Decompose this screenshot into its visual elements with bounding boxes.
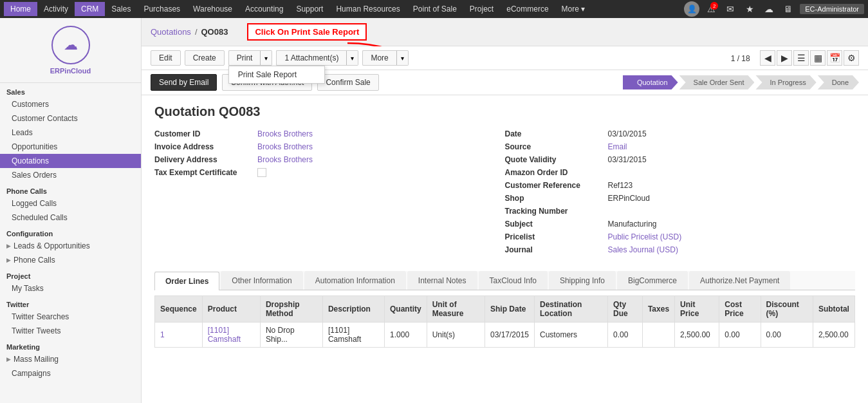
- sidebar-item-quotations[interactable]: Quotations: [0, 154, 141, 168]
- tax-exempt-checkbox[interactable]: [257, 168, 266, 177]
- nav-pos[interactable]: Point of Sale: [407, 2, 463, 16]
- form-label-customer-id: Customer ID: [154, 129, 257, 138]
- nav-human-resources[interactable]: Human Resources: [329, 2, 406, 16]
- monitor-icon[interactable]: 🖥: [780, 1, 796, 17]
- more-caret-button[interactable]: ▾: [396, 50, 409, 66]
- sidebar-section-configuration: Configuration: [0, 225, 141, 239]
- logo-text: ERPinCloud: [50, 67, 91, 75]
- nav-more[interactable]: More ▾: [555, 2, 592, 16]
- form-value-pricelist[interactable]: Public Pricelist (USD): [608, 232, 682, 241]
- alert-badge: 2: [710, 2, 718, 10]
- more-views-button[interactable]: ⚙: [844, 50, 859, 66]
- attachments-caret-button[interactable]: ▾: [346, 50, 358, 66]
- attachments-main-button[interactable]: 1 Attachment(s): [276, 50, 346, 66]
- more-main-button[interactable]: More: [362, 50, 396, 66]
- pagination-text: 1 / 18: [731, 54, 750, 63]
- sidebar-item-campaigns[interactable]: Campaigns: [0, 366, 141, 380]
- print-sale-report-item[interactable]: Print Sale Report: [229, 66, 324, 83]
- nav-purchases[interactable]: Purchases: [137, 2, 187, 16]
- pipeline-step-in-progress[interactable]: In Progress: [755, 75, 816, 89]
- form-label-journal: Journal: [505, 245, 608, 254]
- sidebar-item-customers[interactable]: Customers: [0, 97, 141, 111]
- sidebar-item-customer-contacts[interactable]: Customer Contacts: [0, 111, 141, 126]
- send-by-email-button[interactable]: Send by Email: [151, 74, 217, 91]
- table-cell: Customers: [535, 323, 608, 348]
- nav-warehouse[interactable]: Warehouse: [187, 2, 239, 16]
- form-value-delivery-address[interactable]: Brooks Brothers: [257, 155, 313, 164]
- chevron-right-icon-3: ▶: [6, 356, 11, 362]
- sidebar-item-leads-opps[interactable]: ▶ Leads & Opportunities: [0, 239, 141, 253]
- form-value-quote-validity: 03/31/2015: [608, 155, 647, 164]
- form-value-customer-id[interactable]: Brooks Brothers: [257, 129, 313, 138]
- table-cell[interactable]: 1: [155, 323, 203, 348]
- form-value-journal[interactable]: Sales Journal (USD): [608, 245, 678, 254]
- nav-home[interactable]: Home: [4, 2, 37, 16]
- sidebar-item-logged-calls[interactable]: Logged Calls: [0, 196, 141, 211]
- breadcrumb-parent[interactable]: Quotations: [151, 27, 191, 37]
- pipeline-step-quotation[interactable]: Quotation: [623, 75, 678, 89]
- form-label-subject: Subject: [505, 220, 608, 229]
- tab-automation-information[interactable]: Automation Information: [304, 271, 406, 290]
- toolbar: Edit Create Print ▾ Print Sale Report 1 …: [142, 46, 868, 70]
- nav-support[interactable]: Support: [290, 2, 329, 16]
- sidebar-section-twitter: Twitter: [0, 295, 141, 310]
- form-left-col: Customer ID Brooks Brothers Invoice Addr…: [154, 129, 505, 258]
- tab-authorize-net[interactable]: Authorize.Net Payment: [689, 271, 790, 290]
- tab-bigcommerce[interactable]: BigCommerce: [617, 271, 688, 290]
- form-value-invoice-address[interactable]: Brooks Brothers: [257, 142, 313, 151]
- tab-taxcloud-info[interactable]: TaxCloud Info: [479, 271, 548, 290]
- col-sequence: Sequence: [155, 296, 203, 323]
- form-label-amazon-order: Amazon Order ID: [505, 168, 608, 177]
- sidebar-item-my-tasks[interactable]: My Tasks: [0, 281, 141, 295]
- sidebar-item-leads[interactable]: Leads: [0, 126, 141, 140]
- sidebar-item-twitter-tweets[interactable]: Twitter Tweets: [0, 324, 141, 338]
- tab-order-lines[interactable]: Order Lines: [154, 272, 219, 290]
- user-avatar-icon[interactable]: 👤: [684, 1, 699, 17]
- main-content: Quotations / QO083 Click On Print Sale R…: [142, 18, 868, 403]
- page-prev-button[interactable]: ◀: [760, 50, 775, 66]
- nav-accounting[interactable]: Accounting: [239, 2, 290, 16]
- sidebar-item-scheduled-calls[interactable]: Scheduled Calls: [0, 211, 141, 225]
- calendar-view-button[interactable]: 📅: [827, 50, 842, 66]
- nav-ecommerce[interactable]: eCommerce: [500, 2, 555, 16]
- sidebar-item-phone-calls-config[interactable]: ▶ Phone Calls: [0, 253, 141, 267]
- pipeline-step-done[interactable]: Done: [818, 75, 859, 89]
- form-label-customer-ref: Customer Reference: [505, 181, 608, 190]
- sidebar-item-sales-orders[interactable]: Sales Orders: [0, 168, 141, 182]
- tab-internal-notes[interactable]: Internal Notes: [407, 271, 477, 290]
- alert-icon[interactable]: ⚠ 2: [703, 1, 719, 17]
- table-body: 1[1101] CamshaftNo Drop Ship...[1101] Ca…: [155, 323, 855, 348]
- print-main-button[interactable]: Print: [228, 50, 261, 66]
- edit-button[interactable]: Edit: [151, 50, 181, 66]
- card-view-button[interactable]: ▦: [810, 50, 826, 66]
- sidebar-section-sales: Sales: [0, 83, 141, 97]
- sidebar-section-project: Project: [0, 267, 141, 281]
- callout-wrapper: Click On Print Sale Report: [247, 23, 367, 41]
- nav-crm[interactable]: CRM: [75, 2, 105, 16]
- pipeline-step-sale-order-sent[interactable]: Sale Order Sent: [679, 75, 755, 89]
- nav-sales[interactable]: Sales: [105, 2, 137, 16]
- nav-activity[interactable]: Activity: [37, 2, 75, 16]
- sidebar-item-opportunities[interactable]: Opportunities: [0, 140, 141, 154]
- user-label[interactable]: EC-Administrator: [800, 4, 864, 14]
- col-ship-date: Ship Date: [485, 296, 534, 323]
- create-button[interactable]: Create: [185, 50, 225, 66]
- tab-shipping-info[interactable]: Shipping Info: [549, 271, 616, 290]
- mail-icon[interactable]: ✉: [723, 1, 738, 17]
- print-caret-button[interactable]: ▾: [260, 50, 272, 66]
- cloud-icon[interactable]: ☁: [761, 1, 777, 17]
- form-value-source[interactable]: Email: [608, 142, 627, 151]
- form-grid: Customer ID Brooks Brothers Invoice Addr…: [154, 129, 855, 258]
- page-next-button[interactable]: ▶: [777, 50, 792, 66]
- sidebar-item-twitter-searches[interactable]: Twitter Searches: [0, 310, 141, 324]
- sidebar-item-mass-mailing[interactable]: ▶ Mass Mailing: [0, 352, 141, 366]
- tab-other-information[interactable]: Other Information: [221, 271, 302, 290]
- logo-cloud-icon: ☁: [64, 37, 78, 53]
- confirm-sale-button[interactable]: Confirm Sale: [317, 74, 378, 91]
- list-view-button[interactable]: ☰: [793, 50, 809, 66]
- star-icon[interactable]: ★: [742, 1, 757, 17]
- form-row-invoice-address: Invoice Address Brooks Brothers: [154, 142, 505, 151]
- table-cell[interactable]: [1101] Camshaft: [202, 323, 260, 348]
- top-navigation: Home Activity CRM Sales Purchases Wareho…: [0, 0, 868, 18]
- nav-project[interactable]: Project: [463, 2, 500, 16]
